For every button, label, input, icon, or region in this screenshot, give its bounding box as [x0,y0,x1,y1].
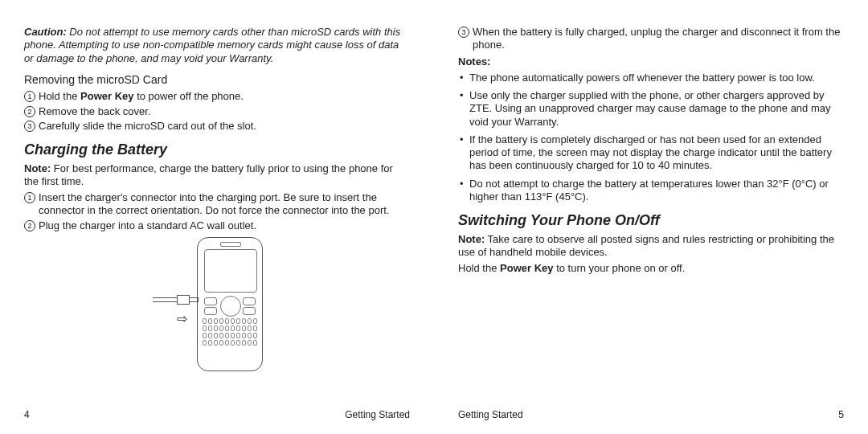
charging-step-3: When the battery is fully charged, unplu… [458,26,844,52]
switching-instruction: Hold the Power Key to turn your phone on… [458,262,844,275]
remove-sd-step-2: Remove the back cover. [24,105,410,118]
page-right-content: When the battery is fully charged, unplu… [458,23,844,404]
note-item-2: Use only the charger supplied with the p… [458,89,844,129]
page-left-content: Caution: Do not attempt to use memory ca… [24,23,410,404]
notes-list: The phone automatically powers off whene… [458,72,844,203]
remove-sd-step-3: Carefully slide the microSD card out of … [24,120,410,133]
arrow-icon: ⇨ [177,311,187,327]
section-name-left: Getting Started [345,409,410,421]
page-left-footer: 4 Getting Started [24,404,410,421]
note-item-4: Do not attempt to charge the battery at … [458,178,844,204]
charger-plug-icon [153,293,197,305]
note-item-3: If the battery is completely discharged … [458,133,844,173]
caution-paragraph: Caution: Do not attempt to use memory ca… [24,26,410,65]
charging-heading: Charging the Battery [24,141,410,159]
remove-sd-heading: Removing the microSD Card [24,73,410,88]
phone-illustration: ⇨ [24,237,410,374]
note-item-1: The phone automatically powers off whene… [458,72,844,84]
remove-sd-step-1: Hold the Power Key to power off the phon… [24,90,410,103]
phone-icon [197,237,263,371]
note-label: Note: [458,233,485,245]
page-left: Caution: Do not attempt to use memory ca… [0,0,434,434]
page-number-left: 4 [24,409,30,421]
section-name-right: Getting Started [458,409,523,421]
charging-steps-continued: When the battery is fully charged, unplu… [458,26,844,52]
charging-steps: Insert the charger's connector into the … [24,191,410,232]
charging-step-1: Insert the charger's connector into the … [24,191,410,218]
switching-heading: Switching Your Phone On/Off [458,211,844,230]
caution-label: Caution: [24,26,67,38]
charging-note: Note: For best performance, charge the b… [24,162,410,189]
power-key-label: Power Key [80,90,133,102]
note-label: Note: [24,162,51,174]
power-key-label: Power Key [500,262,553,274]
remove-sd-steps: Hold the Power Key to power off the phon… [24,90,410,133]
charging-step-2: Plug the charger into a standard AC wall… [24,219,410,232]
caution-text: Do not attempt to use memory cards other… [24,26,400,64]
page-right: When the battery is fully charged, unplu… [434,0,868,434]
page-number-right: 5 [838,409,844,421]
switching-note: Note: Take care to observe all posted si… [458,233,844,260]
page-right-footer: Getting Started 5 [458,404,844,421]
notes-heading: Notes: [458,55,844,68]
